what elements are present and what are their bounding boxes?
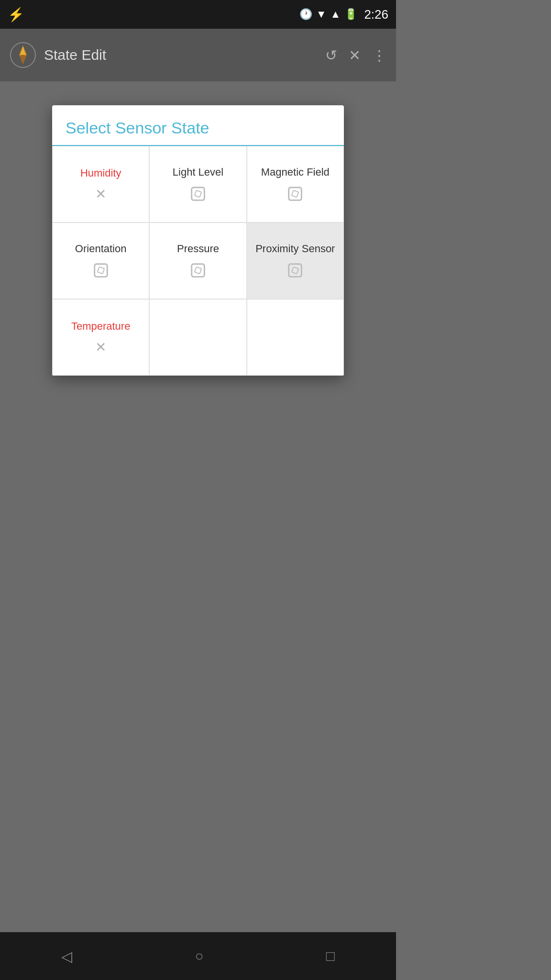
close-button[interactable]: ✕ <box>349 47 361 64</box>
sensor-cell-empty-2 <box>247 299 344 376</box>
humidity-icon <box>95 186 106 202</box>
svg-rect-5 <box>94 264 107 277</box>
sensor-cell-light-level[interactable]: Light Level <box>149 146 246 223</box>
sensor-label-temperature: Temperature <box>71 320 131 334</box>
battery-icon: 🔋 <box>344 8 357 21</box>
svg-rect-2 <box>195 190 202 198</box>
sensor-label-pressure: Pressure <box>177 242 219 256</box>
sensor-cell-pressure[interactable]: Pressure <box>149 223 246 299</box>
temperature-icon <box>95 339 106 355</box>
dialog-title: Select Sensor State <box>52 105 344 146</box>
sensor-label-orientation: Orientation <box>75 242 127 256</box>
status-bar-left: ⚡ <box>8 7 24 22</box>
svg-rect-8 <box>195 267 202 274</box>
select-sensor-dialog: Select Sensor State Humidity Light Level… <box>52 105 344 376</box>
clock-icon: 🕐 <box>299 8 312 21</box>
sensor-grid: Humidity Light Level Magnetic Field <box>52 146 344 376</box>
more-button[interactable]: ⋮ <box>372 47 386 64</box>
status-bar-right: 🕐 ▼ ▲ 🔋 2:26 <box>299 7 388 22</box>
lightning-icon: ⚡ <box>8 7 24 22</box>
app-bar: State Edit ↺ ✕ ⋮ <box>0 29 396 81</box>
sensor-label-humidity: Humidity <box>80 167 121 180</box>
sensor-label-light-level: Light Level <box>173 166 223 179</box>
signal-icon: ▲ <box>331 8 341 21</box>
sensor-cell-empty-1 <box>149 299 246 376</box>
sensor-cell-magnetic-field[interactable]: Magnetic Field <box>247 146 344 223</box>
sensor-label-magnetic-field: Magnetic Field <box>261 166 330 179</box>
status-bar: ⚡ 🕐 ▼ ▲ 🔋 2:26 <box>0 0 396 29</box>
time-display: 2:26 <box>364 7 388 22</box>
svg-rect-1 <box>192 188 205 200</box>
svg-rect-6 <box>97 267 104 274</box>
recent-button[interactable]: □ <box>326 948 335 964</box>
sensor-cell-orientation[interactable]: Orientation <box>52 223 149 299</box>
orientation-icon <box>92 261 110 279</box>
sensor-cell-temperature[interactable]: Temperature <box>52 299 149 376</box>
refresh-button[interactable]: ↺ <box>325 47 337 64</box>
svg-rect-9 <box>289 264 302 277</box>
svg-rect-4 <box>292 190 299 198</box>
svg-rect-10 <box>292 267 299 274</box>
sensor-cell-humidity[interactable]: Humidity <box>52 146 149 223</box>
app-logo <box>10 42 36 68</box>
nav-bar: ◁ ○ □ <box>0 932 396 980</box>
sensor-label-proximity-sensor: Proximity Sensor <box>255 242 335 256</box>
back-button[interactable]: ◁ <box>61 948 72 965</box>
light-level-icon <box>189 185 207 203</box>
app-bar-actions: ↺ ✕ ⋮ <box>325 47 386 64</box>
pressure-icon <box>189 261 207 279</box>
app-bar-title: State Edit <box>44 47 318 63</box>
svg-rect-3 <box>289 188 302 200</box>
proximity-sensor-icon <box>286 261 304 279</box>
magnetic-field-icon <box>286 185 304 203</box>
background-area: Select Sensor State Humidity Light Level… <box>0 81 396 932</box>
svg-rect-7 <box>192 264 205 277</box>
sensor-cell-proximity-sensor[interactable]: Proximity Sensor <box>247 223 344 299</box>
wifi-icon: ▼ <box>316 8 327 21</box>
home-button[interactable]: ○ <box>195 948 203 964</box>
